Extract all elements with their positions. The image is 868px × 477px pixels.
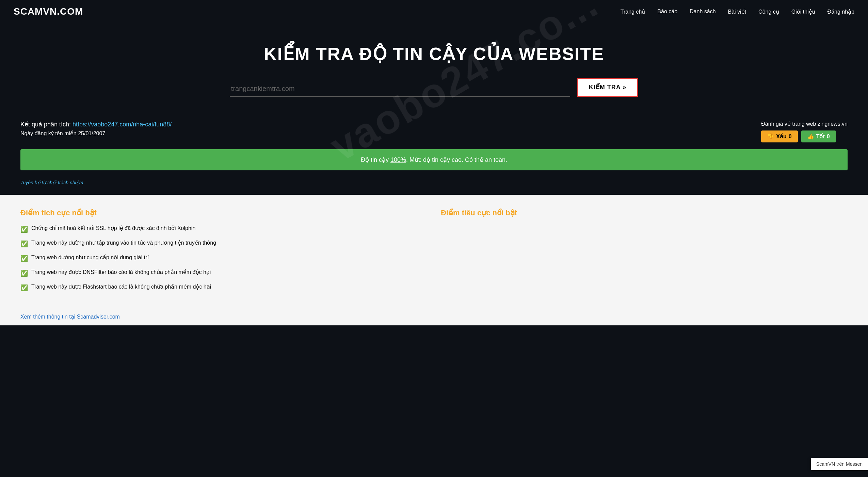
nav-item-trang-chu[interactable]: Trang chủ [621,9,645,15]
positive-item-1: ✅ Trang web này dường như tập trung vào … [20,239,427,249]
navbar: SCAMVN.COM Trang chủ Báo cáo Danh sách B… [0,0,868,23]
search-input[interactable] [230,81,570,97]
positive-heading: Điểm tích cực nổi bật [20,209,427,217]
hero-section: KIỂM TRA ĐỘ TIN CẬY CỦA WEBSITE KIỂM TRA… [0,23,868,121]
positive-text-4: Trang web này được Flashstart báo cáo là… [31,283,211,291]
xau-label: Xấu [776,133,786,140]
result-label: Kết quả phân tích: https://vaobo247.com/… [20,121,172,128]
kiemtra-button[interactable]: KIỂM TRA » [577,78,638,97]
result-section: Kết quả phân tích: https://vaobo247.com/… [0,121,868,142]
positive-text-1: Trang web này dường như tập trung vào ti… [31,239,216,247]
rating-buttons: 👎 Xấu 0 👍 Tốt 0 [761,130,836,142]
check-icon-1: ✅ [20,240,28,249]
negative-heading: Điểm tiêu cực nổi bật [441,209,848,217]
trust-text-pre: Độ tin cậy [361,156,390,163]
nav-links: Trang chủ Báo cáo Danh sách Bài viết Côn… [621,9,854,15]
positive-text-0: Chứng chỉ mã hoá kết nối SSL hợp lệ đã đ… [31,224,195,232]
result-rating-label: Đánh giá về trang web zingnews.vn [761,121,848,127]
check-icon-0: ✅ [20,225,28,234]
thumbs-up-icon: 👍 [807,133,814,140]
result-url[interactable]: https://vaobo247.com/nha-cai/fun88/ [73,121,172,128]
result-header: Kết quả phân tích: https://vaobo247.com/… [20,121,848,142]
nav-item-bai-viet[interactable]: Bài viết [728,9,746,15]
trust-text-post: . Mức độ tin cậy cao. Có thể an toàn. [406,156,507,163]
thumbs-down-icon: 👎 [767,133,774,140]
positive-item-4: ✅ Trang web này được Flashstart báo cáo … [20,283,427,293]
negative-col: Điểm tiêu cực nổi bật [441,209,848,297]
result-date: Ngày đăng ký tên miền 25/01/2007 [20,130,172,137]
positive-item-3: ✅ Trang web này được DNSFilter báo cáo l… [20,268,427,278]
result-left: Kết quả phân tích: https://vaobo247.com/… [20,121,172,137]
search-bar: KIỂM TRA » [14,78,854,97]
search-input-wrapper [230,81,570,97]
messenger-badge[interactable]: ScamVN trên Messen [811,458,868,470]
positive-item-2: ✅ Trang web dường như cung cấp nội dung … [20,253,427,263]
analysis-grid: Điểm tích cực nổi bật ✅ Chứng chỉ mã hoá… [20,209,848,297]
check-icon-3: ✅ [20,269,28,278]
tot-button[interactable]: 👍 Tốt 0 [801,130,836,142]
nav-logo[interactable]: SCAMVN.COM [14,6,83,17]
page-title: KIỂM TRA ĐỘ TIN CẬY CỦA WEBSITE [14,44,854,64]
xau-button[interactable]: 👎 Xấu 0 [761,130,798,142]
positive-item-0: ✅ Chứng chỉ mã hoá kết nối SSL hợp lệ đã… [20,224,427,234]
disclaimer[interactable]: Tuyên bố từ chối trách nhiệm [0,177,868,188]
nav-item-bao-cao[interactable]: Báo cáo [657,9,677,15]
nav-item-danh-sach[interactable]: Danh sách [690,9,716,15]
check-icon-4: ✅ [20,283,28,293]
tot-label: Tốt [816,133,825,140]
positive-col: Điểm tích cực nổi bật ✅ Chứng chỉ mã hoá… [20,209,427,297]
scamadviser-link[interactable]: Xem thêm thông tin tại Scamadviser.com [20,314,120,320]
analysis-section: Điểm tích cực nổi bật ✅ Chứng chỉ mã hoá… [0,195,868,308]
positive-text-3: Trang web này được DNSFilter báo cáo là … [31,268,211,276]
more-info-section: Xem thêm thông tin tại Scamadviser.com [0,308,868,325]
check-icon-2: ✅ [20,254,28,263]
nav-item-dang-nhap[interactable]: Đăng nhập [827,9,854,15]
nav-item-gioi-thieu[interactable]: Giới thiệu [791,9,815,15]
result-right: Đánh giá về trang web zingnews.vn 👎 Xấu … [761,121,848,142]
xau-count: 0 [789,134,792,140]
trust-bar: Độ tin cậy 100%. Mức độ tin cậy cao. Có … [20,149,848,170]
trust-percent[interactable]: 100% [390,156,406,163]
tot-count: 0 [827,134,830,140]
positive-text-2: Trang web dường như cung cấp nội dung gi… [31,253,149,262]
nav-item-cong-cu[interactable]: Công cụ [758,9,779,15]
